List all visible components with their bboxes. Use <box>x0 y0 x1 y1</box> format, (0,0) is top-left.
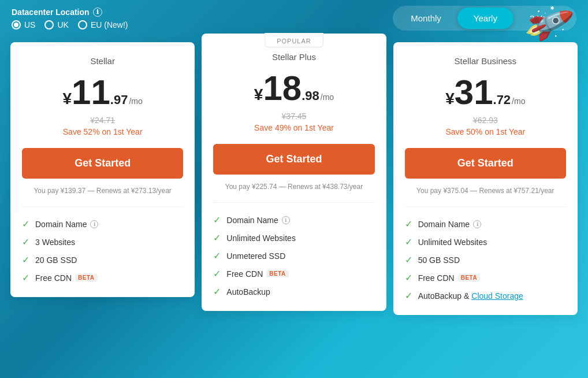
location-eu[interactable]: EU (New!) <box>78 20 128 29</box>
stellar-business-cta-button[interactable]: Get Started <box>405 148 566 179</box>
stellar-features: ✓ Domain Name ℹ ✓ 3 Websites ✓ 20 GB SSD… <box>22 218 183 283</box>
stellar-plus-check-ssd: ✓ <box>213 250 221 261</box>
location-uk-label: UK <box>57 20 68 29</box>
stellar-plus-check-websites: ✓ <box>213 232 221 243</box>
stellar-plus-original-price: ¥37.45 <box>213 112 374 121</box>
stellar-currency: ¥ <box>63 90 72 108</box>
stellar-business-check-ssd: ✓ <box>405 254 412 265</box>
stellar-cta-button[interactable]: Get Started <box>22 148 183 179</box>
stellar-plus-check-autobackup: ✓ <box>213 286 221 297</box>
stellar-plus-cta-button[interactable]: Get Started <box>213 144 374 175</box>
stellar-check-domain: ✓ <box>22 218 29 229</box>
plans-container: Stellar ¥ 11 .97 /mo ¥24.71 Save 52% on … <box>0 36 588 321</box>
stellar-business-feature-websites: ✓ Unlimited Websites <box>405 236 566 247</box>
stellar-domain-label: Domain Name ℹ <box>35 220 98 229</box>
stellar-feature-ssd: ✓ 20 GB SSD <box>22 254 183 265</box>
stellar-renewal-text: You pay ¥139.37 — Renews at ¥273.13/year <box>22 187 183 207</box>
stellar-price-dec: .97 <box>110 92 128 108</box>
cloud-storage-link[interactable]: Cloud Storage <box>471 291 523 301</box>
billing-2years-btn[interactable]: 2 Years <box>513 8 575 29</box>
stellar-business-cdn-beta: BETA <box>458 274 480 281</box>
stellar-business-cdn-label: Free CDN BETA <box>418 273 481 283</box>
stellar-price-block: ¥ 11 .97 /mo <box>22 75 183 110</box>
stellar-feature-websites: ✓ 3 Websites <box>22 236 183 247</box>
stellar-business-check-cdn: ✓ <box>405 272 412 283</box>
business-domain-info-icon[interactable]: ℹ <box>473 220 481 228</box>
stellar-price-period: /mo <box>129 97 142 106</box>
stellar-business-price-dec: .72 <box>493 92 511 108</box>
stellar-plus-features: ✓ Domain Name ℹ ✓ Unlimited Websites ✓ U… <box>213 214 374 297</box>
location-uk[interactable]: UK <box>44 20 68 29</box>
datacenter-label: Datacenter Location <box>12 8 90 17</box>
stellar-feature-domain: ✓ Domain Name ℹ <box>22 218 183 229</box>
stellar-business-check-domain: ✓ <box>405 218 412 229</box>
stellar-price-int: 11 <box>72 75 110 110</box>
datacenter-title: Datacenter Location ℹ <box>12 8 128 17</box>
stellar-business-original-price: ¥62.93 <box>405 116 566 125</box>
plan-stellar-business: Stellar Business ¥ 31 .72 /mo ¥62.93 Sav… <box>393 42 578 315</box>
stellar-business-currency: ¥ <box>445 90 455 108</box>
stellar-plus-feature-domain: ✓ Domain Name ℹ <box>213 214 374 225</box>
stellar-plus-currency: ¥ <box>254 86 263 104</box>
plus-domain-info-icon[interactable]: ℹ <box>282 216 290 224</box>
stellar-business-features: ✓ Domain Name ℹ ✓ Unlimited Websites ✓ 5… <box>405 218 566 301</box>
stellar-plus-check-cdn: ✓ <box>213 268 221 279</box>
stellar-check-cdn: ✓ <box>22 272 29 283</box>
top-bar: Datacenter Location ℹ US UK EU (New!) Mo… <box>0 0 588 36</box>
datacenter-info-icon[interactable]: ℹ <box>93 8 102 17</box>
stellar-business-renewal-text: You pay ¥375.04 — Renews at ¥757.21/year <box>405 187 566 207</box>
radio-us-circle <box>12 20 21 29</box>
stellar-plus-feature-websites: ✓ Unlimited Websites <box>213 232 374 243</box>
radio-uk-circle <box>44 20 54 29</box>
stellar-business-plan-name: Stellar Business <box>405 56 566 66</box>
stellar-plus-price-block: ¥ 18 .98 /mo <box>213 71 374 106</box>
stellar-plus-price-int: 18 <box>263 71 302 106</box>
stellar-save-text: Save 52% on 1st Year <box>22 127 183 136</box>
stellar-plus-check-domain: ✓ <box>213 214 221 225</box>
radio-eu-circle <box>78 20 87 29</box>
stellar-plus-price-dec: .98 <box>302 88 319 103</box>
billing-yearly-btn[interactable]: Yearly <box>457 8 513 29</box>
stellar-check-websites: ✓ <box>22 236 29 247</box>
stellar-business-check-autobackup: ✓ <box>405 290 412 301</box>
plan-stellar-plus: POPULAR Stellar Plus ¥ 18 .98 /mo ¥37.45… <box>202 34 386 311</box>
stellar-plus-renewal-text: You pay ¥225.74 — Renews at ¥438.73/year <box>213 183 374 203</box>
stellar-business-price-block: ¥ 31 .72 /mo <box>405 75 566 110</box>
stellar-business-save-text: Save 50% on 1st Year <box>405 127 566 136</box>
stellar-business-price-period: /mo <box>512 97 525 106</box>
location-us[interactable]: US <box>12 20 35 29</box>
stellar-plus-cdn-label: Free CDN BETA <box>226 269 289 279</box>
location-us-label: US <box>24 20 35 29</box>
stellar-plus-feature-cdn: ✓ Free CDN BETA <box>213 268 374 279</box>
stellar-check-ssd: ✓ <box>22 254 29 265</box>
stellar-business-feature-autobackup: ✓ AutoBackup & Cloud Storage <box>405 290 566 301</box>
stellar-plus-price-period: /mo <box>321 92 334 102</box>
stellar-plus-save-text: Save 49% on 1st Year <box>213 123 374 132</box>
stellar-plus-domain-label: Domain Name ℹ <box>226 216 289 225</box>
domain-info-icon[interactable]: ℹ <box>90 220 98 228</box>
stellar-feature-cdn: ✓ Free CDN BETA <box>22 272 183 283</box>
stellar-business-feature-domain: ✓ Domain Name ℹ <box>405 218 566 229</box>
location-eu-label: EU (New!) <box>91 20 128 29</box>
stellar-plan-name: Stellar <box>22 56 183 66</box>
stellar-plus-feature-autobackup: ✓ AutoBackup <box>213 286 374 297</box>
stellar-business-feature-cdn: ✓ Free CDN BETA <box>405 272 566 283</box>
stellar-original-price: ¥24.71 <box>22 116 183 125</box>
stellar-plus-cdn-beta: BETA <box>266 270 288 277</box>
billing-toggle: Monthly Yearly 2 Years <box>393 6 576 31</box>
stellar-plus-plan-name: Stellar Plus <box>213 52 374 62</box>
stellar-cdn-beta: BETA <box>75 274 97 281</box>
stellar-business-check-websites: ✓ <box>405 236 412 247</box>
plan-stellar: Stellar ¥ 11 .97 /mo ¥24.71 Save 52% on … <box>10 42 195 297</box>
location-radio-group: US UK EU (New!) <box>12 20 128 29</box>
stellar-cdn-label: Free CDN BETA <box>35 273 98 283</box>
stellar-business-feature-ssd: ✓ 50 GB SSD <box>405 254 566 265</box>
stellar-plus-feature-ssd: ✓ Unmetered SSD <box>213 250 374 261</box>
datacenter-section: Datacenter Location ℹ US UK EU (New!) <box>12 8 128 29</box>
stellar-business-price-int: 31 <box>455 75 493 110</box>
stellar-business-domain-label: Domain Name ℹ <box>418 220 481 229</box>
billing-monthly-btn[interactable]: Monthly <box>395 8 457 29</box>
